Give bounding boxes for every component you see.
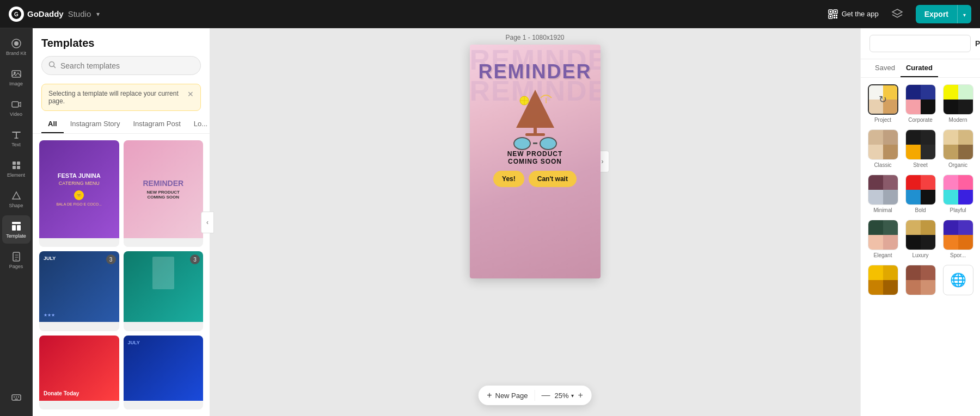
svg-rect-29 (15, 399, 18, 400)
get-app-button[interactable]: Get the app (828, 9, 879, 20)
icon-sidebar: Brand Kit Image Video Text (0, 28, 33, 416)
palette-title: Palette (975, 39, 980, 48)
template-item-festa[interactable]: FESTA JUNINA CATERING MENU 😊 BALA DE FIG… (39, 140, 119, 247)
sidebar-item-keyboard[interactable] (2, 383, 30, 412)
sidebar-item-template[interactable]: Template (2, 215, 30, 244)
palette-item-modern[interactable]: Modern (942, 84, 973, 123)
template-item-reminder[interactable]: REMINDER NEW PRODUCT COMING SOON (124, 140, 204, 247)
topbar-chevron[interactable]: ▾ (96, 10, 100, 18)
palette-label-modern: Modern (949, 117, 967, 123)
svg-rect-19 (13, 166, 16, 169)
palette-item-playful[interactable]: Playful (942, 175, 973, 213)
new-page-button[interactable]: + New Page (487, 390, 528, 400)
palette-swatch-bold (905, 175, 936, 205)
search-box[interactable] (41, 56, 201, 75)
notice-close-button[interactable]: ✕ (187, 90, 194, 98)
sidebar-item-brand-kit[interactable]: Brand Kit (2, 33, 30, 61)
palette-item-row4a[interactable] (867, 265, 898, 297)
image-icon (11, 69, 22, 79)
palette-item-minimal[interactable]: Minimal (867, 175, 898, 213)
video-icon (11, 99, 22, 110)
layers-button[interactable] (887, 4, 907, 24)
brand-kit-label: Brand Kit (6, 51, 26, 56)
zoom-value[interactable]: 25% ▾ (554, 392, 573, 400)
palette-item-project[interactable]: ↻ Project (867, 84, 898, 123)
palette-item-sport[interactable]: Spor... (942, 220, 973, 258)
new-page-plus-icon: + (487, 390, 492, 400)
godaddy-logo[interactable]: G GoDaddy Studio ▾ (9, 7, 100, 22)
palette-item-street[interactable]: Street (905, 129, 936, 168)
palette-panel: Palette Saved Curated (860, 28, 980, 416)
palette-swatch-luxury (905, 220, 936, 250)
palette-item-classic[interactable]: Classic (867, 129, 898, 168)
svg-rect-5 (830, 11, 831, 13)
palette-search-input[interactable] (869, 35, 971, 52)
canvas-card[interactable]: REMINDERREMINDER REMINDER (470, 45, 601, 278)
template-thumbnail-festa: FESTA JUNINA CATERING MENU 😊 BALA DE FIG… (39, 140, 119, 238)
palette-item-row4b[interactable] (905, 265, 936, 297)
sidebar-item-text[interactable]: Text (2, 124, 30, 152)
canvas-main-text: REMINDER (479, 61, 592, 83)
palette-grid: ↻ Project Corporate (861, 78, 980, 304)
canvas-cant-wait-button[interactable]: Can't wait (529, 171, 577, 187)
palette-label-organic: Organic (948, 162, 967, 168)
svg-rect-17 (13, 162, 16, 165)
template-item-teal[interactable]: 3 (124, 251, 204, 331)
svg-rect-18 (17, 162, 20, 165)
logo-circle: G (9, 7, 24, 22)
palette-item-luxury[interactable]: Luxury (905, 220, 936, 258)
canvas-yes-button[interactable]: Yes! (493, 171, 524, 187)
palette-swatch-organic (943, 129, 973, 160)
brand-kit-icon (11, 38, 22, 49)
topbar: G GoDaddy Studio ▾ Get the app (0, 0, 980, 28)
cocktail-glass-svg (513, 87, 557, 136)
palette-item-globe[interactable]: 🌐 (942, 265, 973, 297)
text-icon (11, 129, 22, 140)
palette-tab-saved[interactable]: Saved (869, 59, 901, 77)
svg-rect-24 (13, 252, 20, 261)
sidebar-item-video[interactable]: Video (2, 94, 30, 122)
palette-tab-curated[interactable]: Curated (901, 59, 938, 77)
palette-item-organic[interactable]: Organic (942, 129, 973, 168)
template-label: Template (6, 233, 26, 239)
palette-item-corporate[interactable]: Corporate (905, 84, 936, 123)
zoom-out-button[interactable]: — (541, 390, 550, 400)
tab-instagram-story[interactable]: Instagram Story (64, 115, 127, 133)
topbar-right: Get the app Export ▾ (828, 4, 971, 24)
tab-instagram-post[interactable]: Instagram Post (126, 115, 187, 133)
palette-item-elegant[interactable]: Elegant (867, 220, 898, 258)
svg-rect-28 (18, 396, 19, 398)
zoom-in-button[interactable]: + (578, 390, 583, 400)
image-label: Image (9, 81, 23, 86)
text-label: Text (11, 142, 21, 147)
template-thumbnail-reminder: REMINDER NEW PRODUCT COMING SOON (124, 140, 204, 238)
collapse-panel-button[interactable]: ‹ (201, 212, 214, 233)
palette-swatch-street (905, 129, 936, 160)
export-dropdown-button[interactable]: ▾ (957, 5, 971, 23)
zoom-percent: 25% (554, 392, 568, 400)
get-app-label: Get the app (842, 10, 879, 18)
palette-label-street: Street (913, 162, 928, 168)
export-button[interactable]: Export (916, 5, 957, 23)
sidebar-item-pages[interactable]: Pages (2, 246, 30, 274)
template-item-blue2[interactable]: JULY (124, 336, 204, 409)
sidebar-item-shape[interactable]: Shape (2, 185, 30, 213)
svg-point-13 (14, 41, 19, 46)
palette-item-bold[interactable]: Bold (905, 175, 936, 213)
svg-rect-22 (12, 225, 16, 231)
palette-label-elegant: Elegant (874, 252, 892, 258)
sidebar-item-image[interactable]: Image (2, 63, 30, 91)
search-input[interactable] (60, 61, 194, 70)
sidebar-item-element[interactable]: Element (2, 154, 30, 183)
palette-label-sport: Spor... (950, 252, 966, 258)
shape-label: Shape (9, 203, 23, 208)
tab-all[interactable]: All (41, 115, 64, 133)
svg-rect-23 (17, 225, 21, 231)
tab-other[interactable]: Lo... (187, 115, 210, 133)
palette-label-classic: Classic (874, 162, 891, 168)
template-item-blue1[interactable]: JULY ★★★ 3 (39, 251, 119, 331)
svg-rect-8 (834, 15, 835, 16)
export-button-group[interactable]: Export ▾ (916, 5, 971, 23)
template-item-donate[interactable]: Donate Today (39, 336, 119, 409)
palette-label-corporate: Corporate (908, 117, 932, 123)
